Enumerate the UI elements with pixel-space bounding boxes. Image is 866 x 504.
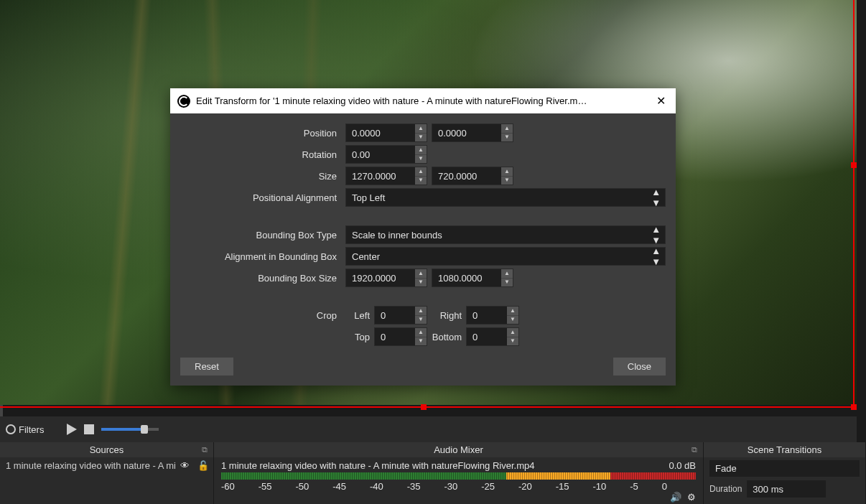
bb-h-input[interactable]: ▲▼ bbox=[432, 269, 513, 287]
chevron-down-icon[interactable]: ▼ bbox=[415, 316, 427, 325]
crop-right-input[interactable]: ▲▼ bbox=[466, 306, 519, 325]
bb-align-select[interactable]: Center▲▼ bbox=[345, 247, 666, 266]
chevron-up-icon[interactable]: ▲ bbox=[415, 124, 427, 134]
speaker-icon[interactable]: 🔊 bbox=[670, 492, 681, 503]
chevron-up-icon[interactable]: ▲ bbox=[415, 307, 427, 316]
chevron-down-icon[interactable]: ▼ bbox=[507, 337, 518, 346]
select-arrows-icon: ▲▼ bbox=[651, 225, 661, 245]
bb-type-select[interactable]: Scale to inner bounds▲▼ bbox=[345, 225, 666, 244]
crop-right-label: Right bbox=[432, 310, 462, 321]
bb-size-label: Bounding Box Size bbox=[180, 273, 341, 284]
position-x-input[interactable]: ▲▼ bbox=[345, 123, 427, 142]
size-label: Size bbox=[180, 171, 341, 182]
chevron-up-icon[interactable]: ▲ bbox=[507, 328, 518, 337]
sources-header: Sources⧉ bbox=[0, 442, 213, 457]
obs-logo-icon bbox=[177, 95, 190, 108]
bb-type-label: Bounding Box Type bbox=[180, 230, 341, 241]
chevron-up-icon[interactable]: ▲ bbox=[415, 269, 427, 279]
pos-align-label: Positional Alignment bbox=[180, 192, 341, 203]
audio-mixer-panel: Audio Mixer⧉ 1 minute relaxing video wit… bbox=[214, 442, 704, 504]
close-button[interactable]: Close bbox=[613, 358, 666, 375]
chevron-down-icon[interactable]: ▼ bbox=[501, 134, 513, 142]
select-arrows-icon: ▲▼ bbox=[651, 246, 661, 266]
edit-transform-dialog: Edit Transform for '1 minute relaxing vi… bbox=[170, 88, 676, 386]
gear-icon bbox=[6, 424, 16, 434]
chevron-down-icon[interactable]: ▼ bbox=[415, 155, 427, 164]
lock-icon[interactable]: 🔓 bbox=[197, 460, 208, 471]
mixer-source-name: 1 minute relaxing video with nature - A … bbox=[221, 460, 534, 471]
mixer-level: 0.0 dB bbox=[669, 460, 696, 471]
close-icon[interactable]: ✕ bbox=[653, 94, 669, 108]
gear-icon[interactable]: ⚙ bbox=[687, 492, 696, 503]
chevron-up-icon[interactable]: ▲ bbox=[501, 269, 513, 279]
crop-bottom-input[interactable]: ▲▼ bbox=[466, 327, 519, 346]
chevron-up-icon[interactable]: ▲ bbox=[501, 167, 513, 177]
size-w-input[interactable]: ▲▼ bbox=[345, 167, 427, 185]
transition-select[interactable]: Fade bbox=[709, 460, 860, 477]
preview-toolbar: Filters bbox=[0, 416, 857, 442]
stop-button[interactable] bbox=[84, 424, 94, 434]
eye-icon[interactable]: 👁 bbox=[180, 460, 193, 471]
chevron-up-icon[interactable]: ▲ bbox=[415, 328, 427, 337]
sources-panel: Sources⧉ 1 minute relaxing video with na… bbox=[0, 442, 214, 504]
crop-left-input[interactable]: ▲▼ bbox=[374, 306, 427, 325]
crop-top-input[interactable]: ▲▼ bbox=[374, 327, 427, 346]
chevron-down-icon[interactable]: ▼ bbox=[501, 177, 513, 185]
dialog-title-text: Edit Transform for '1 minute relaxing vi… bbox=[196, 95, 648, 106]
selection-border-bottom bbox=[0, 406, 855, 408]
volume-slider[interactable] bbox=[101, 428, 159, 431]
dialog-titlebar[interactable]: Edit Transform for '1 minute relaxing vi… bbox=[170, 88, 676, 113]
bb-align-label: Alignment in Bounding Box bbox=[180, 251, 341, 262]
crop-label: Crop bbox=[180, 310, 341, 321]
source-item[interactable]: 1 minute relaxing video with nature - A … bbox=[0, 457, 213, 474]
selection-handle[interactable] bbox=[851, 162, 857, 168]
select-arrows-icon: ▲▼ bbox=[651, 187, 661, 207]
scene-transitions-panel: Scene Transitions Fade Duration bbox=[704, 442, 866, 504]
chevron-down-icon[interactable]: ▼ bbox=[501, 279, 513, 287]
chevron-up-icon[interactable]: ▲ bbox=[415, 146, 427, 155]
chevron-down-icon[interactable]: ▼ bbox=[415, 134, 427, 142]
duration-input[interactable] bbox=[746, 480, 827, 498]
chevron-down-icon[interactable]: ▼ bbox=[415, 279, 427, 287]
transitions-header: Scene Transitions bbox=[704, 442, 865, 457]
rotation-input[interactable]: ▲▼ bbox=[345, 145, 427, 164]
audio-meter bbox=[221, 472, 696, 480]
chevron-up-icon[interactable]: ▲ bbox=[415, 167, 427, 177]
size-h-input[interactable]: ▲▼ bbox=[432, 167, 513, 185]
source-item-label: 1 minute relaxing video with nature - A … bbox=[6, 460, 176, 471]
rotation-label: Rotation bbox=[180, 149, 341, 160]
stop-icon bbox=[84, 424, 94, 434]
popout-icon[interactable]: ⧉ bbox=[692, 445, 697, 454]
pos-align-select[interactable]: Top Left▲▼ bbox=[345, 188, 666, 207]
filters-button[interactable]: Filters bbox=[6, 424, 44, 435]
duration-label: Duration bbox=[709, 484, 742, 494]
meter-ticks: -60-55-50-45-40-35-30-25-20-15-10-50 bbox=[221, 481, 696, 492]
crop-left-label: Left bbox=[345, 310, 370, 321]
chevron-down-icon[interactable]: ▼ bbox=[507, 316, 518, 325]
selection-handle[interactable] bbox=[421, 404, 427, 410]
chevron-up-icon[interactable]: ▲ bbox=[507, 307, 518, 316]
position-y-input[interactable]: ▲▼ bbox=[432, 123, 513, 142]
chevron-down-icon[interactable]: ▼ bbox=[415, 177, 427, 185]
slider-thumb[interactable] bbox=[141, 425, 148, 434]
chevron-up-icon[interactable]: ▲ bbox=[501, 124, 513, 134]
play-icon bbox=[67, 424, 77, 435]
selection-handle[interactable] bbox=[851, 404, 857, 410]
crop-bottom-label: Bottom bbox=[432, 332, 462, 342]
chevron-down-icon[interactable]: ▼ bbox=[415, 337, 427, 346]
position-label: Position bbox=[180, 128, 341, 139]
bb-w-input[interactable]: ▲▼ bbox=[345, 269, 427, 287]
popout-icon[interactable]: ⧉ bbox=[202, 445, 208, 454]
play-button[interactable] bbox=[67, 424, 77, 435]
crop-top-label: Top bbox=[345, 332, 370, 342]
reset-button[interactable]: Reset bbox=[180, 358, 233, 375]
mixer-header: Audio Mixer⧉ bbox=[214, 442, 703, 457]
